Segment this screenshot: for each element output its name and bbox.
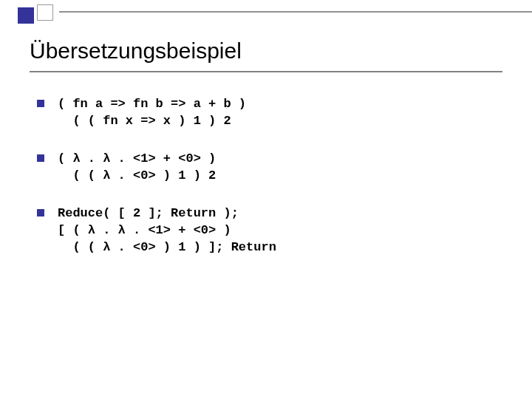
list-item: ( λ . λ . <1> + <0> ) ( ( λ . <0> ) 1 ) … [37, 151, 502, 185]
accent-line [59, 11, 532, 13]
bullet-icon [37, 100, 44, 107]
slide-top-accent [0, 0, 532, 15]
accent-square-outline [37, 4, 53, 21]
bullet-icon [37, 209, 44, 216]
slide: Übersetzungsbeispiel ( fn a => fn b => a… [0, 0, 532, 399]
list-item: ( fn a => fn b => a + b ) ( ( fn x => x … [37, 96, 502, 130]
code-block: ( fn a => fn b => a + b ) ( ( fn x => x … [58, 96, 246, 130]
accent-square-filled [18, 7, 34, 24]
list-item: Reduce( [ 2 ]; Return ); [ ( λ . λ . <1>… [37, 205, 502, 256]
slide-title: Übersetzungsbeispiel [30, 38, 242, 64]
slide-content: ( fn a => fn b => a + b ) ( ( fn x => x … [37, 96, 502, 277]
code-block: Reduce( [ 2 ]; Return ); [ ( λ . λ . <1>… [58, 205, 276, 256]
title-underline [30, 71, 502, 72]
bullet-icon [37, 154, 44, 162]
code-block: ( λ . λ . <1> + <0> ) ( ( λ . <0> ) 1 ) … [58, 151, 216, 185]
